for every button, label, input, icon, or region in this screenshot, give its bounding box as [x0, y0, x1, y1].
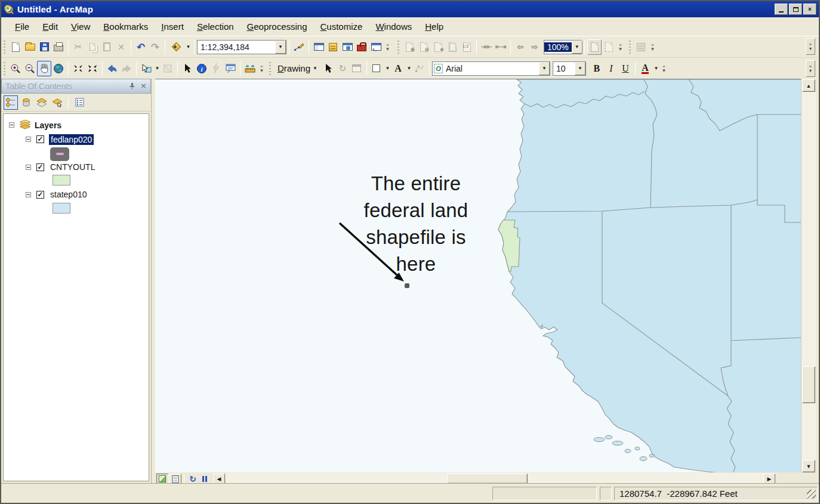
- text-tool-dropdown[interactable]: ▼: [405, 61, 412, 76]
- docked-toolbar-chevron[interactable]: »▾: [806, 60, 815, 77]
- menu-item-file[interactable]: File: [8, 19, 36, 34]
- html-popup-button[interactable]: [223, 61, 238, 76]
- print-button[interactable]: [51, 39, 66, 55]
- hyperlink-button[interactable]: [209, 61, 223, 76]
- go-forward-extent-button[interactable]: ⇨: [528, 39, 542, 55]
- layer-checkbox[interactable]: ✓: [36, 163, 44, 171]
- catalog-window-button[interactable]: [326, 39, 340, 55]
- maximize-button[interactable]: [789, 4, 802, 15]
- menu-item-edit[interactable]: Edit: [36, 19, 64, 34]
- map-viewport[interactable]: The entire federal land shapefile is her…: [155, 79, 801, 472]
- new-document-button[interactable]: [8, 39, 23, 55]
- cntyoutl-symbol[interactable]: [53, 175, 70, 185]
- toolbar-overflow-chevron[interactable]: ››▼: [616, 39, 624, 55]
- add-data-dropdown[interactable]: ▼: [184, 39, 192, 55]
- menu-item-view[interactable]: View: [64, 19, 97, 34]
- text-tool-button[interactable]: A: [391, 61, 405, 76]
- statep010-symbol[interactable]: [53, 203, 70, 214]
- toolbar-overflow-chevron[interactable]: ››▼: [257, 61, 266, 76]
- menu-item-geoprocessing[interactable]: Geoprocessing: [241, 19, 314, 34]
- italic-button[interactable]: I: [604, 61, 618, 76]
- pause-drawing-button[interactable]: [199, 476, 211, 482]
- expand-collapse-toggle[interactable]: [26, 137, 31, 142]
- toc-close-icon[interactable]: ×: [140, 82, 147, 90]
- layer-checkbox[interactable]: ✓: [36, 135, 44, 143]
- fedlanp020-symbol[interactable]: [50, 147, 69, 161]
- zoom-in-page-button[interactable]: ⊕: [402, 39, 417, 55]
- toolbar-overflow-chevron[interactable]: ››▼: [648, 39, 656, 55]
- full-extent-button[interactable]: [51, 61, 66, 76]
- horizontal-scroll-thumb[interactable]: [447, 474, 528, 484]
- minimize-button[interactable]: [775, 4, 788, 15]
- publisher-button[interactable]: [634, 39, 648, 55]
- menu-item-insert[interactable]: Insert: [155, 19, 190, 34]
- pin-icon[interactable]: [129, 82, 135, 90]
- toolbar-overflow-chevron[interactable]: ››▼: [659, 61, 668, 76]
- toolbar-grip[interactable]: [4, 62, 5, 75]
- copy-button[interactable]: [85, 39, 100, 55]
- table-of-contents-window-button[interactable]: [312, 39, 326, 55]
- paste-button[interactable]: [100, 39, 114, 55]
- map-scale-combo[interactable]: 1:12,394,184 ▼: [197, 40, 286, 54]
- layer-label[interactable]: fedlanp020: [49, 134, 94, 145]
- expand-collapse-toggle[interactable]: [26, 192, 31, 197]
- refresh-view-button[interactable]: ↻: [187, 474, 199, 484]
- list-by-source-button[interactable]: [19, 95, 33, 110]
- menu-item-customize[interactable]: Customize: [314, 19, 369, 34]
- toc-options-button[interactable]: [72, 95, 87, 110]
- identify-button[interactable]: i: [195, 61, 209, 76]
- add-data-button[interactable]: +: [168, 39, 184, 55]
- pan-button[interactable]: [37, 61, 51, 76]
- redo-button[interactable]: ↷: [148, 39, 162, 55]
- search-window-button[interactable]: [340, 39, 354, 55]
- toolbar-overflow-chevron[interactable]: ››▼: [383, 39, 391, 55]
- toolbar-grip[interactable]: [4, 41, 5, 54]
- arctoolbox-button[interactable]: [354, 39, 369, 55]
- list-by-selection-button[interactable]: [50, 95, 64, 110]
- menu-item-help[interactable]: Help: [418, 19, 450, 34]
- menu-item-selection[interactable]: Selection: [190, 19, 241, 34]
- menu-item-bookmarks[interactable]: Bookmarks: [97, 19, 155, 34]
- shape-tool-dropdown[interactable]: ▼: [384, 61, 391, 76]
- zoom-100-button[interactable]: 1:1: [460, 39, 474, 55]
- font-dropdown-icon[interactable]: ▼: [539, 62, 550, 75]
- close-button[interactable]: ×: [803, 4, 816, 15]
- zoom-to-selected-button[interactable]: [350, 61, 364, 76]
- docked-toolbar-chevron[interactable]: »▾: [806, 38, 815, 55]
- window-resize-grip[interactable]: [807, 490, 816, 499]
- scroll-down-button[interactable]: ▼: [802, 460, 815, 472]
- toc-header[interactable]: Table Of Contents ×: [1, 79, 151, 94]
- toolbar-grip[interactable]: [397, 41, 399, 54]
- font-color-button[interactable]: A: [638, 61, 652, 76]
- bold-button[interactable]: B: [590, 61, 604, 76]
- shape-tool-button[interactable]: [369, 61, 384, 76]
- fixed-zoom-out-button[interactable]: [85, 61, 100, 76]
- layer-checkbox[interactable]: ✓: [36, 191, 44, 199]
- toggle-draft-mode-button[interactable]: [587, 39, 602, 55]
- go-forward-button[interactable]: [119, 61, 134, 76]
- zoom-page-width-button[interactable]: ⇥⇤: [479, 39, 494, 55]
- scale-dropdown-icon[interactable]: ▼: [275, 41, 286, 54]
- zoom-percent-dropdown-icon[interactable]: ▼: [572, 41, 582, 54]
- font-size-combo[interactable]: 10 ▼: [553, 61, 586, 76]
- rotate-button[interactable]: ↻: [335, 61, 350, 76]
- expand-collapse-toggle[interactable]: [26, 165, 31, 170]
- toolbar-grip[interactable]: [629, 41, 631, 54]
- select-elements-button[interactable]: [180, 61, 195, 76]
- underline-button[interactable]: U: [618, 61, 633, 76]
- list-by-drawing-order-button[interactable]: [4, 95, 18, 110]
- zoom-page-height-button[interactable]: ⇤⇥: [494, 39, 508, 55]
- undo-button[interactable]: ↶: [134, 39, 148, 55]
- layer-label[interactable]: statep010: [50, 190, 87, 199]
- zoom-percent-combo[interactable]: 100% ▼: [544, 40, 582, 54]
- vertical-scroll-thumb[interactable]: [802, 366, 815, 403]
- toolbar-grip[interactable]: [269, 62, 271, 75]
- save-button[interactable]: [37, 39, 51, 55]
- measure-button[interactable]: [243, 61, 257, 76]
- drawing-select-elements-button[interactable]: [321, 61, 335, 76]
- fixed-zoom-in-button[interactable]: [71, 61, 85, 76]
- layers-root-label[interactable]: Layers: [35, 120, 61, 130]
- layer-label[interactable]: CNTYOUTL: [50, 162, 95, 172]
- zoom-whole-page-button[interactable]: [445, 39, 460, 55]
- sketch-tool-button[interactable]: [292, 39, 306, 55]
